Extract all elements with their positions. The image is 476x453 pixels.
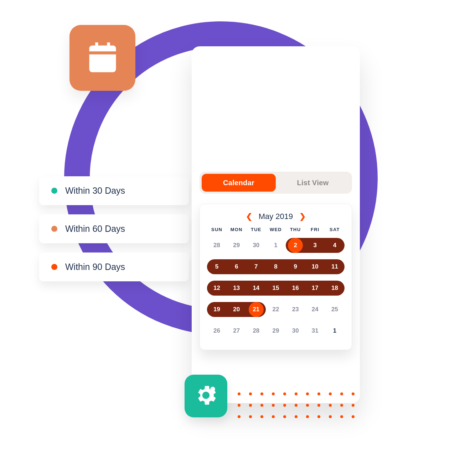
filter-label: Within 30 Days xyxy=(65,186,125,196)
weekday: SAT xyxy=(325,227,345,232)
date-number: 27 xyxy=(233,327,240,334)
date-cell[interactable]: 17 xyxy=(305,279,325,297)
date-number: 2 xyxy=(294,242,297,249)
date-number: 16 xyxy=(292,285,299,292)
date-number: 29 xyxy=(233,242,240,249)
date-number: 12 xyxy=(213,285,220,292)
date-cell[interactable]: 3 xyxy=(305,236,325,254)
date-cell[interactable]: 28 xyxy=(207,236,227,254)
date-number: 7 xyxy=(254,263,258,270)
date-cell[interactable]: 30 xyxy=(246,236,266,254)
date-number: 18 xyxy=(331,285,338,292)
weekday: MON xyxy=(227,227,246,232)
filter-item-90-days[interactable]: Within 90 Days xyxy=(39,252,189,281)
gear-icon xyxy=(193,383,218,409)
date-cell[interactable]: 25 xyxy=(325,301,345,318)
date-number: 24 xyxy=(312,306,319,313)
weekday-header: SUN MON TUE WED THU FRI SAT xyxy=(207,227,345,232)
tab-calendar[interactable]: Calendar xyxy=(202,174,276,192)
dot-icon xyxy=(51,264,57,270)
date-number: 5 xyxy=(215,263,218,270)
date-number: 11 xyxy=(331,263,338,270)
date-cell[interactable]: 15 xyxy=(266,279,285,297)
date-number: 21 xyxy=(253,306,259,313)
date-number: 13 xyxy=(233,285,240,292)
date-number: 23 xyxy=(292,306,299,313)
date-cell[interactable]: 20 xyxy=(227,301,246,318)
date-cell[interactable]: 1 xyxy=(266,236,285,254)
date-number: 25 xyxy=(331,306,338,313)
date-number: 22 xyxy=(273,306,279,313)
date-cell[interactable]: 18 xyxy=(325,279,345,297)
date-number: 1 xyxy=(274,242,277,249)
month-label: May 2019 xyxy=(259,212,293,221)
date-cell[interactable]: 23 xyxy=(286,301,305,318)
date-number: 20 xyxy=(233,306,240,313)
date-number: 30 xyxy=(292,327,299,334)
date-number: 9 xyxy=(294,263,297,270)
date-number: 15 xyxy=(273,285,279,292)
filter-item-60-days[interactable]: Within 60 Days xyxy=(39,214,189,243)
date-number: 19 xyxy=(213,306,220,313)
date-number: 29 xyxy=(273,327,279,334)
weekday: TUE xyxy=(246,227,266,232)
date-cell[interactable]: 31 xyxy=(305,322,325,340)
date-cell[interactable]: 28 xyxy=(246,322,266,340)
date-cell[interactable]: 21 xyxy=(246,301,266,318)
date-cell[interactable]: 13 xyxy=(227,279,246,297)
date-cell[interactable]: 7 xyxy=(246,258,266,276)
month-nav: ❮ May 2019 ❯ xyxy=(207,212,345,221)
date-cell[interactable]: 29 xyxy=(266,322,285,340)
filter-label: Within 60 Days xyxy=(65,224,125,234)
date-cell[interactable]: 26 xyxy=(207,322,227,340)
date-cell[interactable]: 24 xyxy=(305,301,325,318)
date-cell[interactable]: 12 xyxy=(207,279,227,297)
date-cell[interactable]: 1 xyxy=(325,322,345,340)
tab-list-view[interactable]: List View xyxy=(276,174,350,192)
date-cell[interactable]: 27 xyxy=(227,322,246,340)
weekday: WED xyxy=(266,227,285,232)
date-cell[interactable]: 6 xyxy=(227,258,246,276)
date-number: 4 xyxy=(333,242,336,249)
date-grid: 2829301234567891011121314151617181920212… xyxy=(207,236,345,340)
view-toggle: Calendar List View xyxy=(200,172,352,194)
date-number: 30 xyxy=(253,242,259,249)
date-cell[interactable]: 19 xyxy=(207,301,227,318)
date-number: 1 xyxy=(333,327,336,334)
date-cell[interactable]: 8 xyxy=(266,258,285,276)
date-number: 14 xyxy=(253,285,259,292)
tab-label: Calendar xyxy=(223,179,254,187)
date-cell[interactable]: 16 xyxy=(286,279,305,297)
date-cell[interactable]: 22 xyxy=(266,301,285,318)
month-calendar: ❮ May 2019 ❯ SUN MON TUE WED THU FRI SAT… xyxy=(200,204,352,350)
date-number: 28 xyxy=(213,242,220,249)
weekday: SUN xyxy=(207,227,227,232)
dot-icon xyxy=(51,226,57,232)
date-number: 8 xyxy=(274,263,277,270)
calendar-badge xyxy=(69,25,135,91)
date-cell[interactable]: 5 xyxy=(207,258,227,276)
calendar-panel: Calendar List View ❮ May 2019 ❯ SUN MON … xyxy=(192,46,360,403)
date-cell[interactable]: 9 xyxy=(286,258,305,276)
date-number: 6 xyxy=(235,263,238,270)
calendar-icon xyxy=(85,40,120,77)
date-cell[interactable]: 30 xyxy=(286,322,305,340)
weekday: FRI xyxy=(305,227,325,232)
date-cell[interactable]: 4 xyxy=(325,236,345,254)
prev-month-button[interactable]: ❮ xyxy=(246,212,252,221)
date-number: 28 xyxy=(253,327,259,334)
filter-item-30-days[interactable]: Within 30 Days xyxy=(39,176,189,205)
date-cell[interactable]: 11 xyxy=(325,258,345,276)
weekday: THU xyxy=(286,227,305,232)
date-cell[interactable]: 29 xyxy=(227,236,246,254)
date-cell[interactable]: 14 xyxy=(246,279,266,297)
date-number: 3 xyxy=(314,242,317,249)
date-cell[interactable]: 2 xyxy=(286,236,305,254)
settings-badge[interactable] xyxy=(185,375,227,417)
date-number: 17 xyxy=(312,285,319,292)
tab-label: List View xyxy=(297,179,328,187)
date-number: 26 xyxy=(213,327,220,334)
next-month-button[interactable]: ❯ xyxy=(299,212,306,221)
date-cell[interactable]: 10 xyxy=(305,258,325,276)
date-number: 10 xyxy=(312,263,319,270)
